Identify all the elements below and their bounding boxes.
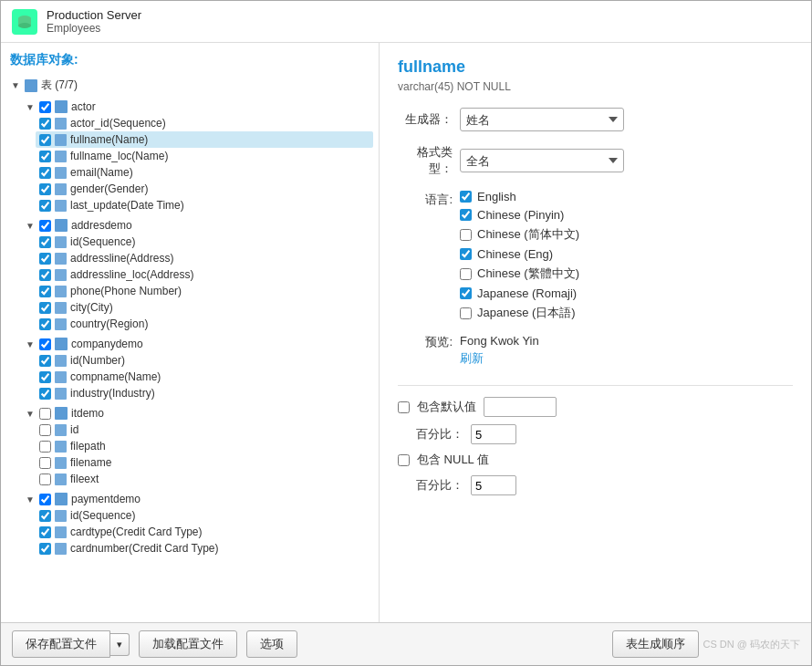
- field-actor-id[interactable]: actor_id(Sequence): [36, 115, 373, 131]
- lang-chinese-eng-checkbox[interactable]: [460, 248, 472, 260]
- field-fileext-cb[interactable]: [39, 473, 51, 485]
- addresdemo-expand[interactable]: ▼: [25, 221, 36, 231]
- field-icon: [55, 510, 67, 522]
- paymentdemo-expand[interactable]: ▼: [25, 494, 36, 505]
- companydemo-group: ▼ companydemo id(Number) compname(Name): [21, 336, 373, 401]
- lang-english-checkbox[interactable]: [460, 191, 472, 203]
- server-name: Production Server: [47, 8, 141, 22]
- field-filename-cb[interactable]: [39, 457, 51, 469]
- itdemo-checkbox[interactable]: [39, 408, 51, 420]
- field-company-id[interactable]: id(Number): [36, 352, 373, 369]
- section-expand-arrow[interactable]: ▼: [10, 80, 21, 90]
- field-icon: [55, 269, 67, 281]
- lang-japanese-checkbox[interactable]: [460, 307, 472, 319]
- field-email-checkbox[interactable]: [39, 167, 51, 179]
- field-fullname-loc[interactable]: fullname_loc(Name): [36, 148, 373, 164]
- table-summary: 表 (7/7): [41, 78, 78, 93]
- itdemo-icon: [55, 407, 68, 420]
- actor-checkbox[interactable]: [39, 101, 51, 113]
- field-fullname-loc-checkbox[interactable]: [39, 151, 51, 162]
- companydemo-checkbox[interactable]: [39, 338, 51, 350]
- field-fullname-checkbox[interactable]: [39, 134, 51, 146]
- addresdemo-checkbox[interactable]: [39, 220, 51, 232]
- options-button[interactable]: 选项: [246, 630, 297, 658]
- pct-input-2[interactable]: [471, 475, 516, 495]
- lang-japanese-romaji: Japanese (Romaji): [460, 286, 579, 300]
- refresh-link[interactable]: 刷新: [460, 350, 539, 367]
- field-addr-id[interactable]: id(Sequence): [36, 234, 373, 250]
- field-country[interactable]: country(Region): [36, 316, 373, 332]
- field-addressline-loc[interactable]: addressline_loc(Address): [36, 266, 373, 283]
- field-city-cb[interactable]: [39, 302, 51, 314]
- include-null-checkbox[interactable]: [398, 454, 410, 466]
- field-label: last_update(Date Time): [70, 199, 184, 212]
- field-label: gender(Gender): [70, 182, 148, 195]
- tree-section-header: ▼ 表 (7/7): [6, 76, 373, 95]
- field-phone-cb[interactable]: [39, 286, 51, 297]
- field-payment-id-cb[interactable]: [39, 510, 51, 522]
- paymentdemo-fields: id(Sequence) cardtype(Credit Card Type) …: [36, 507, 373, 557]
- field-cardtype[interactable]: cardtype(Credit Card Type): [36, 524, 373, 540]
- field-phone[interactable]: phone(Phone Number): [36, 283, 373, 299]
- save-config-arrow[interactable]: ▾: [110, 633, 130, 656]
- field-compname-cb[interactable]: [39, 371, 51, 383]
- lang-chinese-simplified-checkbox[interactable]: [460, 229, 472, 241]
- format-label: 格式类型：: [398, 144, 453, 177]
- table-order-button[interactable]: 表生成顺序: [612, 630, 699, 658]
- companydemo-icon: [55, 338, 68, 350]
- field-city[interactable]: city(City): [36, 299, 373, 316]
- field-last-update-checkbox[interactable]: [39, 200, 51, 212]
- actor-expand[interactable]: ▼: [25, 102, 36, 112]
- field-filename[interactable]: filename: [36, 454, 373, 471]
- pct-row-1: 百分比：: [416, 424, 793, 444]
- lang-chinese-pinyin: Chinese (Pinyin): [460, 208, 579, 222]
- companydemo-expand[interactable]: ▼: [25, 339, 36, 349]
- field-industry[interactable]: industry(Industry): [36, 385, 373, 401]
- field-icon: [55, 424, 67, 436]
- field-label: fullname(Name): [70, 133, 148, 146]
- field-cardnumber[interactable]: cardnumber(Credit Card Type): [36, 540, 373, 557]
- save-config-button[interactable]: 保存配置文件: [12, 630, 110, 658]
- field-gender-checkbox[interactable]: [39, 183, 51, 195]
- field-it-id[interactable]: id: [36, 421, 373, 438]
- lang-chinese-traditional-checkbox[interactable]: [460, 268, 472, 280]
- pct-input-1[interactable]: [471, 424, 516, 444]
- default-value-input[interactable]: [484, 397, 557, 417]
- field-label: id(Number): [70, 354, 125, 367]
- field-actor-id-checkbox[interactable]: [39, 118, 51, 130]
- field-email[interactable]: email(Name): [36, 164, 373, 181]
- format-select[interactable]: 全名: [460, 149, 624, 172]
- field-industry-cb[interactable]: [39, 388, 51, 400]
- itdemo-expand[interactable]: ▼: [25, 409, 36, 419]
- field-gender[interactable]: gender(Gender): [36, 181, 373, 197]
- lang-chinese-pinyin-checkbox[interactable]: [460, 209, 472, 221]
- include-default-checkbox[interactable]: [398, 401, 410, 413]
- field-payment-id[interactable]: id(Sequence): [36, 507, 373, 524]
- field-last-update[interactable]: last_update(Date Time): [36, 197, 373, 213]
- generator-select[interactable]: 姓名: [460, 108, 624, 131]
- paymentdemo-checkbox[interactable]: [39, 494, 51, 505]
- load-config-button[interactable]: 加载配置文件: [139, 630, 237, 658]
- field-company-id-cb[interactable]: [39, 355, 51, 367]
- field-it-id-cb[interactable]: [39, 424, 51, 436]
- title-bar: Production Server Employees: [1, 1, 811, 43]
- lang-japanese-romaji-checkbox[interactable]: [460, 287, 472, 299]
- title-text: Production Server Employees: [47, 8, 141, 35]
- field-addressline-cb[interactable]: [39, 253, 51, 265]
- format-row: 格式类型： 全名: [398, 144, 793, 177]
- field-addressline-loc-cb[interactable]: [39, 269, 51, 281]
- field-country-cb[interactable]: [39, 318, 51, 330]
- paymentdemo-icon: [55, 493, 68, 505]
- field-fileext[interactable]: fileext: [36, 471, 373, 487]
- field-addressline[interactable]: addressline(Address): [36, 250, 373, 266]
- field-addr-id-cb[interactable]: [39, 236, 51, 248]
- language-label: 语言:: [398, 190, 453, 208]
- field-compname[interactable]: compname(Name): [36, 369, 373, 385]
- language-list: English Chinese (Pinyin) Chinese (简体中文) …: [460, 190, 579, 321]
- field-cardnumber-cb[interactable]: [39, 543, 51, 555]
- field-filepath-cb[interactable]: [39, 441, 51, 453]
- field-cardtype-cb[interactable]: [39, 526, 51, 538]
- divider: [398, 385, 793, 386]
- field-filepath[interactable]: filepath: [36, 438, 373, 454]
- field-fullname[interactable]: fullname(Name): [36, 131, 373, 148]
